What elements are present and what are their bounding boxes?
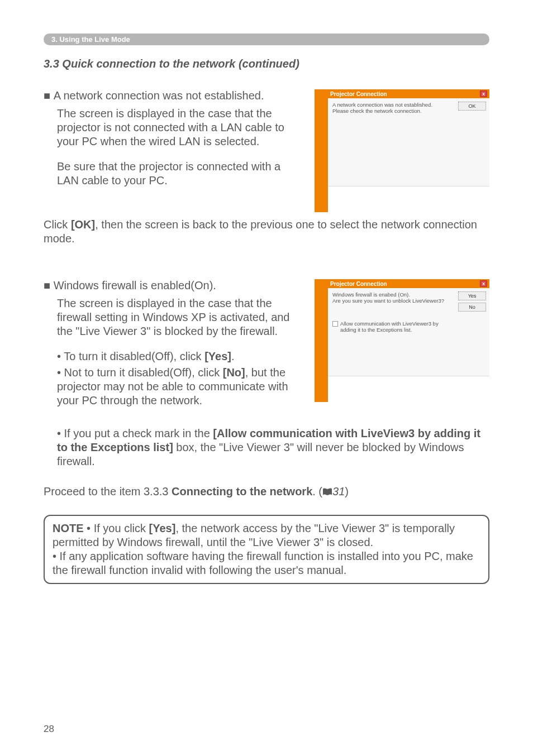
page-number: 28: [44, 724, 54, 735]
note-label: NOTE: [53, 522, 84, 534]
dialog-title: Projector Connection: [330, 91, 387, 97]
dialog-footer: [328, 186, 489, 212]
dialog-stripe: [315, 376, 328, 402]
allow-exception-checkbox[interactable]: [332, 321, 338, 327]
section-title: 3.3 Quick connection to the network (con…: [44, 58, 489, 70]
list-item: • If you put a check mark in the [Allow …: [57, 427, 489, 468]
paragraph: The screen is displayed in the case that…: [57, 107, 303, 149]
bullet-heading-2: ■ Windows firewall is enabled(On).: [44, 279, 303, 292]
dialog-stripe: [315, 89, 328, 186]
ok-button[interactable]: OK: [458, 102, 486, 111]
list-item: • Not to turn it disabled(Off), click [N…: [57, 366, 303, 408]
checkbox-label: Allow communication with LiveViewer3 by …: [340, 320, 454, 333]
close-icon[interactable]: x: [480, 280, 487, 287]
list-item: • To turn it disabled(Off), click [Yes].: [57, 350, 303, 363]
paragraph: Click [OK], then the screen is back to t…: [44, 218, 489, 246]
close-icon[interactable]: x: [480, 90, 487, 97]
dialog-stripe: [315, 186, 328, 212]
proceed-line: Proceed to the item 3.3.3 Connecting to …: [44, 485, 489, 498]
square-bullet-icon: ■: [44, 279, 54, 291]
dialog-stripe: [315, 279, 328, 376]
dialog-screenshot-1: Projector Connection x A network connect…: [315, 89, 489, 212]
paragraph: The screen is displayed in the case that…: [57, 296, 303, 338]
heading-2-text: Windows firewall is enabled(On).: [54, 279, 216, 291]
no-button[interactable]: No: [458, 303, 486, 312]
note-box: NOTE • If you click [Yes], the network a…: [44, 515, 489, 584]
dialog-screenshot-2: Projector Connection x Windows firewall …: [315, 279, 489, 402]
book-ref-icon: [322, 486, 332, 494]
heading-1-text: A network connection was not established…: [54, 89, 264, 102]
yes-button[interactable]: Yes: [458, 291, 486, 300]
paragraph: Be sure that the projector is connected …: [57, 160, 303, 188]
square-bullet-icon: ■: [44, 89, 54, 102]
breadcrumb: 3. Using the Live Mode: [44, 34, 489, 45]
dialog-title: Projector Connection: [330, 281, 387, 287]
dialog-footer: [328, 376, 489, 402]
bullet-heading-1: ■ A network connection was not establish…: [44, 89, 303, 102]
